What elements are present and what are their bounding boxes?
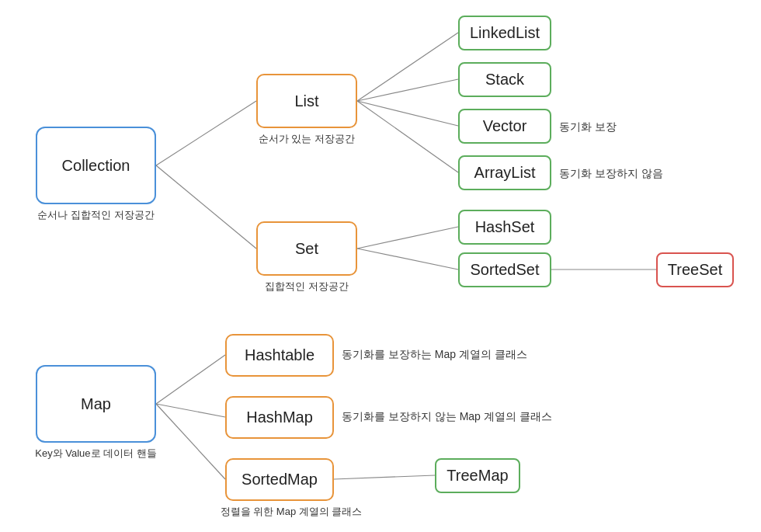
svg-line-3 bbox=[357, 79, 458, 101]
vector-annotation: 동기화 보장 bbox=[559, 120, 617, 134]
sortedmap-label: SortedMap bbox=[242, 471, 318, 489]
hashmap-node: HashMap bbox=[225, 396, 334, 439]
list-label: List bbox=[294, 92, 318, 110]
map-sublabel: Key와 Value로 데이터 핸들 bbox=[28, 447, 164, 461]
set-sublabel: 집합적인 저장공간 bbox=[248, 280, 365, 294]
sortedset-node: SortedSet bbox=[458, 252, 551, 287]
collection-node: Collection bbox=[36, 127, 156, 204]
linkedlist-node: LinkedList bbox=[458, 16, 551, 50]
linkedlist-label: LinkedList bbox=[470, 24, 540, 42]
sortedmap-node: SortedMap bbox=[225, 458, 334, 501]
hashtable-label: Hashtable bbox=[245, 346, 314, 364]
treeset-node: TreeSet bbox=[656, 252, 734, 287]
vector-node: Vector bbox=[458, 109, 551, 144]
collection-sublabel: 순서나 집합적인 저장공간 bbox=[36, 208, 156, 222]
sortedmap-annotation: 정렬을 위한 Map 계열의 클래스 bbox=[214, 505, 369, 519]
treemap-node: TreeMap bbox=[435, 458, 520, 493]
set-node: Set bbox=[256, 221, 357, 276]
svg-line-5 bbox=[357, 101, 458, 172]
hashset-label: HashSet bbox=[475, 218, 535, 236]
map-node: Map bbox=[36, 365, 156, 443]
treeset-label: TreeSet bbox=[668, 261, 722, 279]
arraylist-label: ArrayList bbox=[474, 164, 536, 182]
svg-line-0 bbox=[156, 101, 256, 165]
hashmap-annotation: 동기화를 보장하지 않는 Map 계열의 클래스 bbox=[342, 410, 552, 424]
svg-line-6 bbox=[357, 227, 458, 249]
sortedset-label: SortedSet bbox=[471, 261, 540, 279]
stack-label: Stack bbox=[485, 71, 524, 89]
collection-label: Collection bbox=[62, 157, 130, 175]
hashtable-node: Hashtable bbox=[225, 334, 334, 377]
stack-node: Stack bbox=[458, 62, 551, 97]
svg-line-7 bbox=[357, 249, 458, 269]
arraylist-annotation: 동기화 보장하지 않음 bbox=[559, 167, 663, 181]
map-label: Map bbox=[81, 395, 111, 413]
vector-label: Vector bbox=[483, 117, 527, 135]
svg-line-10 bbox=[156, 404, 225, 417]
set-label: Set bbox=[295, 240, 318, 258]
arraylist-node: ArrayList bbox=[458, 155, 551, 190]
svg-line-12 bbox=[334, 475, 435, 479]
list-sublabel: 순서가 있는 저장공간 bbox=[248, 132, 365, 146]
hashset-node: HashSet bbox=[458, 210, 551, 245]
svg-line-9 bbox=[156, 355, 225, 404]
svg-line-2 bbox=[357, 33, 458, 101]
list-node: List bbox=[256, 74, 357, 128]
treemap-label: TreeMap bbox=[447, 467, 508, 485]
hashtable-annotation: 동기화를 보장하는 Map 계열의 클래스 bbox=[342, 348, 527, 362]
svg-line-1 bbox=[156, 165, 256, 249]
hashmap-label: HashMap bbox=[246, 409, 313, 426]
svg-line-11 bbox=[156, 404, 225, 479]
svg-line-4 bbox=[357, 101, 458, 126]
